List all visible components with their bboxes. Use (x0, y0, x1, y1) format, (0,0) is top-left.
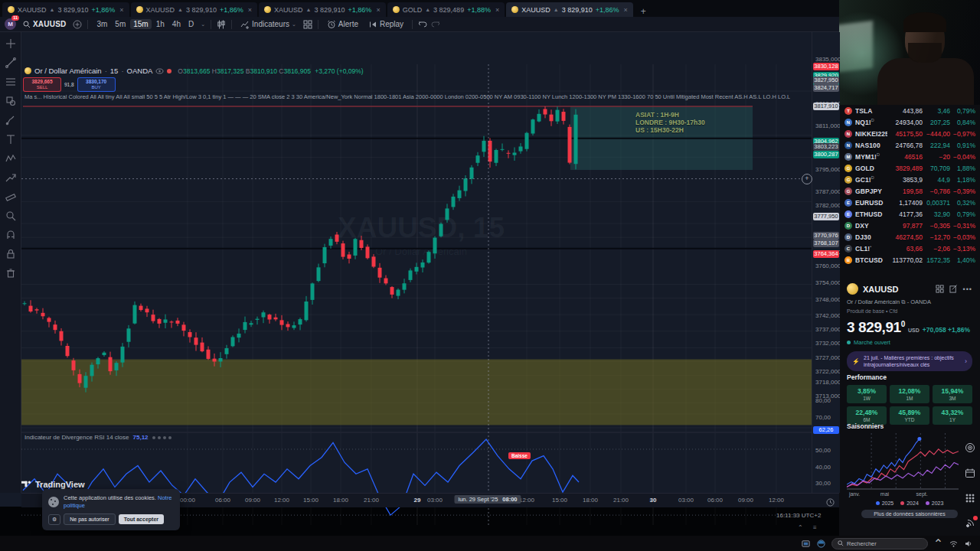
calendar-rail-icon[interactable] (965, 468, 975, 481)
more-options-icon[interactable]: ••• (963, 285, 972, 293)
watchlist-row-cl1![interactable]: CCL1!•63,66−2,06−3,13% (839, 243, 980, 254)
watchlist-row-dxy[interactable]: DDXY97,877−0,305−0,31% (839, 220, 980, 231)
watchlist-row-tsla[interactable]: TTSLA443,863,460,79% (839, 105, 980, 116)
zoom-tool-icon[interactable] (5, 210, 17, 222)
watchlist-row-gold[interactable]: GGOLD3829,48970,7091,88% (839, 162, 980, 174)
add-alert-plus-icon[interactable]: + (802, 174, 812, 184)
user-avatar[interactable]: M11 (5, 18, 16, 30)
close-icon[interactable]: × (119, 6, 123, 14)
time-axis-label: 18:00 (583, 497, 598, 504)
timeframe-15m[interactable]: 15m (130, 19, 151, 29)
indicator-settings-line[interactable]: Ma s... Historical Colored All All tiny … (24, 93, 790, 100)
timeframe-3m[interactable]: 3m (93, 19, 110, 29)
replay-button[interactable]: Replay (365, 19, 407, 30)
price-axis[interactable]: 3835,0003819,0003811,0003795,0003787,000… (812, 32, 840, 493)
measure-tool-icon[interactable] (5, 191, 17, 203)
volume-icon[interactable] (964, 539, 974, 549)
close-icon[interactable]: × (623, 6, 627, 14)
cookie-settings-button[interactable]: ⚙ (48, 514, 60, 525)
timeframe-1h[interactable]: 1h (153, 19, 168, 29)
compose-icon[interactable] (949, 285, 958, 293)
panel-collapse-icon[interactable]: ⌃ (798, 524, 803, 531)
watchlist-row-ethusd[interactable]: EETHUSD4177,3632,900,79% (839, 208, 980, 220)
timeframe-D[interactable]: D (185, 19, 197, 29)
magnet-tool-icon[interactable] (5, 229, 17, 241)
close-icon[interactable]: × (376, 6, 380, 14)
seasonals-more-button[interactable]: Plus de données saisonnières (861, 510, 958, 518)
performance-tile-1m[interactable]: 12,08%1M (890, 385, 929, 403)
tab-xauusd-1[interactable]: XAUUSD▲3 829,910+1,86%× (131, 2, 258, 17)
fib-tool-icon[interactable] (5, 76, 17, 88)
watchlist-row-nq1![interactable]: NNQ1!D24934,00207,250,84% (839, 116, 980, 128)
shapes-tool-icon[interactable] (5, 95, 17, 107)
watchlist-row-btcusd[interactable]: BBTCUSD113770,021572,351,40% (839, 254, 980, 266)
seasonals-legend-item[interactable]: 2025 (876, 500, 894, 506)
text-tool-icon[interactable] (5, 133, 17, 145)
buy-button[interactable]: 3830,170 BUY (77, 77, 116, 92)
watchlist-row-mym1![interactable]: MMYM1!D46516−20−0,04% (839, 151, 980, 162)
watchlist-row-gc1![interactable]: GGC1!D3853,944,91,18% (839, 174, 980, 185)
layout-grid-icon[interactable] (936, 285, 944, 293)
sell-button[interactable]: 3829,665 SELL (23, 77, 61, 92)
news-pill[interactable]: ⚡ 21 juil. - Matières premières : object… (847, 351, 972, 371)
performance-section: Performance 3,85%1W12,08%1M15,94%3M22,48… (839, 373, 980, 425)
trendline-tool-icon[interactable] (5, 57, 17, 69)
tab-xauusd-0[interactable]: XAUUSD▲3 829,910+1,86%× (2, 2, 129, 17)
add-symbol-icon[interactable] (73, 20, 82, 29)
lock-tool-icon[interactable] (5, 248, 17, 260)
chart-legend[interactable]: Or / Dollar Américain ·15 ·OANDA O3813,6… (24, 67, 364, 75)
chevron-down-icon[interactable]: ⌄ (201, 21, 205, 28)
wifi-icon[interactable] (949, 539, 959, 549)
symbol-search-button[interactable]: XAUUSD (20, 19, 69, 29)
brush-tool-icon[interactable] (5, 114, 17, 126)
tab-gold-3[interactable]: GOLD▲3 829,489+1,88%× (387, 2, 505, 17)
tradingview-logo[interactable]: TradingView (21, 479, 85, 489)
watchlist-row-nas100[interactable]: NNAS10024766,78222,940,91% (839, 139, 980, 151)
tray-chevron-icon[interactable]: ⌃ (933, 539, 943, 549)
target-rail-icon[interactable] (965, 442, 975, 456)
patterns-tool-icon[interactable] (5, 152, 17, 165)
tab-xauusd-2[interactable]: XAUUSD▲3 829,910+1,86%× (259, 2, 386, 17)
indicators-button[interactable]: Indicateurs ⌄ (237, 19, 299, 30)
apps-rail-icon[interactable] (965, 493, 975, 507)
watchlist-row-dj30[interactable]: DDJ3046274,50−12,70−0,03% (839, 231, 980, 243)
eye-icon[interactable] (155, 68, 164, 74)
watchlist-row-gbpjpy[interactable]: GGBPJPY199,58−0,786−0,39% (839, 185, 980, 197)
timezone-clock-icon[interactable] (826, 496, 835, 510)
watchlist-row-nikkei225[interactable]: NNIKKEI22545175,50−444,00−0,97% (839, 128, 980, 139)
cookie-accept-button[interactable]: Tout accepter (119, 514, 164, 524)
chart-workspace[interactable]: XAUUSD, 15 Or / Dollar Américain Or / Do… (0, 32, 839, 507)
taskbar-search[interactable]: Rechercher (831, 538, 928, 549)
cookie-deny-button[interactable]: Ne pas autoriser (64, 514, 115, 525)
seasonals-legend-item[interactable]: 2024 (900, 500, 919, 506)
timeframe-4h[interactable]: 4h (169, 19, 184, 29)
detail-subtitle[interactable]: Or / Dollar Américain ⧉ - OANDA (847, 298, 972, 306)
performance-tile-1w[interactable]: 3,85%1W (847, 385, 887, 403)
close-icon[interactable]: × (248, 6, 252, 14)
redo-icon[interactable] (431, 20, 440, 28)
taskbar-app-icon[interactable] (801, 539, 811, 549)
ohlc-values: O3813,665 H3817,325 B3810,910 C3816,905 … (178, 67, 363, 75)
session-clock[interactable]: 16:11:33 UTC+2 (776, 512, 821, 519)
alert-button[interactable]: Alerte (324, 19, 361, 30)
watchlist-row-eurusd[interactable]: EEURUSD1,174090,003710,32% (839, 197, 980, 208)
watchlist-change-pct: 1,18% (950, 176, 975, 184)
crosshair-tool-icon[interactable] (5, 37, 17, 50)
seasonals-legend-item[interactable]: 2023 (926, 500, 944, 506)
rsi-indicator-title[interactable]: Indicateur de Divergence RSI 14 close 75… (24, 434, 172, 441)
new-tab-button[interactable]: + (635, 6, 652, 17)
tab-xauusd-4[interactable]: XAUUSD▲3 829,910+1,86%× (506, 2, 633, 17)
gold-coin-icon (136, 6, 143, 13)
candles-style-icon[interactable] (217, 20, 226, 29)
broadcast-rail-icon[interactable] (965, 518, 975, 532)
timeframe-5m[interactable]: 5m (112, 19, 129, 29)
panel-settings-icon[interactable]: ≡ (813, 524, 817, 531)
close-icon[interactable]: × (495, 6, 499, 14)
performance-tile-3m[interactable]: 15,94%3M (933, 385, 972, 403)
trash-tool-icon[interactable] (5, 267, 17, 279)
undo-icon[interactable] (418, 20, 427, 28)
taskbar-browser-icon[interactable] (816, 539, 826, 549)
rsi-indicator-controls[interactable] (152, 436, 172, 439)
forecast-tool-icon[interactable] (5, 171, 17, 184)
layout-grid-icon[interactable] (303, 20, 312, 29)
